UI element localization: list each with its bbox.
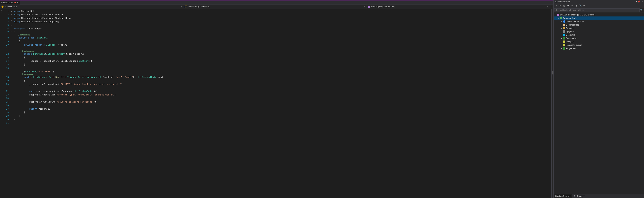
add-file-button[interactable]: ＋	[550, 6, 554, 8]
margin-indicator: ↕»	[0, 9, 3, 198]
tree-item-dependencies[interactable]: ▸Dependencies	[554, 23, 644, 27]
tree-project[interactable]: ▾FunctionApp1	[554, 17, 644, 20]
code-editor[interactable]: using System.Net; using Microsoft.Azure.…	[12, 9, 552, 198]
tab-file-name: Function1.cs	[1, 2, 13, 4]
preview-button[interactable]: 👁	[582, 4, 586, 8]
collapse-all-button[interactable]: ⊟	[570, 4, 574, 8]
nav-class-text: FunctionApp1.Function1	[188, 6, 210, 8]
class-icon	[185, 6, 187, 8]
tree-item--gitignore[interactable]: .gitignore	[554, 30, 644, 33]
pending-filter-button[interactable]: ▤	[562, 4, 566, 8]
chevron-down-icon: ▾	[181, 6, 182, 8]
solution-explorer-header: Solution Explorer ▾ 📌 ✕	[554, 0, 644, 3]
tree-item-local-settings-json[interactable]: local.settings.json	[554, 43, 644, 47]
tree-item-dockerfile[interactable]: ▸Dockerfile	[554, 33, 644, 37]
properties-button[interactable]: 🔧	[578, 4, 582, 8]
pin-icon[interactable]: 📌	[14, 2, 16, 4]
namespace-icon	[1, 6, 4, 8]
tree-solution-root[interactable]: ▸Solution 'FunctionApp1' (1 of 1 project…	[554, 13, 644, 17]
home-button[interactable]: ⌂	[554, 4, 558, 8]
search-input[interactable]	[554, 9, 640, 12]
navigation-bar: FunctionApp1 ▾ FunctionApp1.Function1 ▾ …	[0, 5, 554, 9]
chevron-down-icon: ▾	[548, 6, 548, 8]
tree-item-function1-cs[interactable]: ▸Function1.cs	[554, 37, 644, 40]
solution-search: 🔍	[554, 8, 644, 13]
switch-views-button[interactable]: ⇄	[558, 4, 562, 8]
solution-tree[interactable]: ▸Solution 'FunctionApp1' (1 of 1 project…	[554, 13, 644, 194]
auto-hide-icon[interactable]: 📌	[638, 1, 640, 3]
tree-item-connected-services[interactable]: ▸Connected Services	[554, 20, 644, 23]
document-tab-function1[interactable]: Function1.cs 📌 ✕	[0, 1, 20, 5]
chevron-down-icon: ▾	[364, 6, 365, 8]
panel-title: Solution Explorer	[554, 1, 570, 3]
close-icon[interactable]: ✕	[17, 2, 18, 4]
show-all-button[interactable]: ▦	[574, 4, 578, 8]
solution-explorer-toolbar: ⌂ ⇄ ▤ ⟳ ⊟ ▦ 🔧 👁	[554, 3, 644, 8]
vertical-scrollbar[interactable]	[552, 9, 554, 198]
outlining-gutter[interactable]: ⊟ ⊟ ⊟ ⊟ ⊟	[10, 9, 12, 198]
tab-solution-explorer[interactable]: Solution Explorer	[554, 194, 572, 198]
close-icon[interactable]: ✕	[641, 1, 643, 3]
sync-button[interactable]: ⟳	[566, 4, 570, 8]
document-tab-well: Function1.cs 📌 ✕	[0, 1, 554, 5]
tool-tab-strip: Solution Explorer Git Changes	[554, 194, 644, 198]
search-icon[interactable]: 🔍	[640, 8, 643, 12]
line-number-gutter[interactable]: 1234567891011121314151617181920212223242…	[3, 9, 10, 198]
nav-member-dropdown[interactable]: Run(HttpRequestData req) ▾	[366, 5, 550, 9]
tab-git-changes[interactable]: Git Changes	[572, 194, 587, 198]
nav-member-text: Run(HttpRequestData req)	[371, 6, 395, 8]
nav-namespace-dropdown[interactable]: FunctionApp1 ▾	[0, 5, 183, 9]
method-icon	[368, 6, 370, 8]
tree-item-properties[interactable]: ▸Properties	[554, 27, 644, 30]
tree-item-host-json[interactable]: host.json	[554, 40, 644, 43]
scrollbar-thumb[interactable]	[552, 71, 554, 74]
nav-class-dropdown[interactable]: FunctionApp1.Function1 ▾	[183, 5, 366, 9]
tree-item-program-cs[interactable]: ▸Program.cs	[554, 47, 644, 50]
window-position-icon[interactable]: ▾	[636, 1, 637, 3]
nav-namespace-text: FunctionApp1	[5, 6, 17, 8]
